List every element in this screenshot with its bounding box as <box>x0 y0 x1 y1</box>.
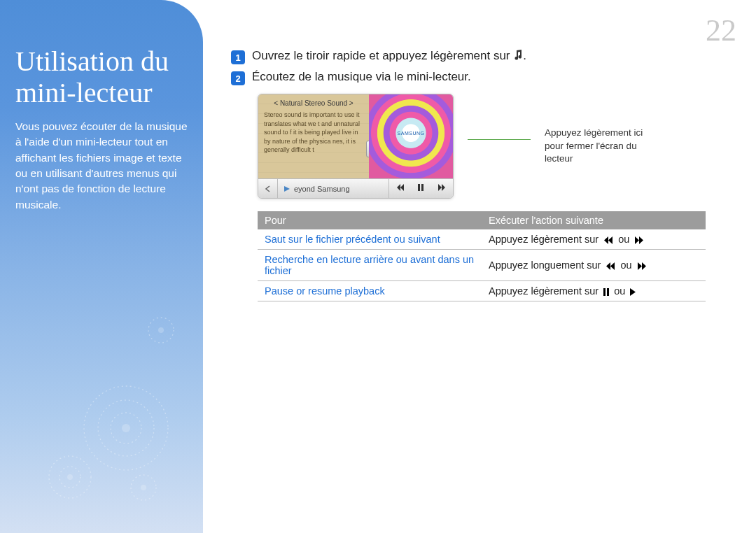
table-cell-left: Pause or resume playback <box>258 281 482 301</box>
svg-point-8 <box>122 424 130 432</box>
svg-rect-13 <box>603 288 606 296</box>
row1-pre: Appuyez longuement sur <box>489 260 603 271</box>
next-track-button[interactable] <box>437 183 447 194</box>
step-badge-1: 1 <box>231 50 245 64</box>
play-small-icon <box>284 185 290 192</box>
mini-player-track-label: eyond Samsung <box>294 185 350 193</box>
mini-player-pane-title: < Natural Stereo Sound > <box>264 99 363 108</box>
mini-player: < Natural Stereo Sound > Stereo sound is… <box>258 94 454 199</box>
step-badge-2: 2 <box>231 71 245 85</box>
skip-back-icon <box>605 262 616 270</box>
svg-point-7 <box>158 327 164 333</box>
table-cell-left: Recherche en lecture arrière ou avant da… <box>258 250 482 281</box>
decorative-circles <box>42 302 224 512</box>
mini-player-text-pane: < Natural Stereo Sound > Stereo sound is… <box>258 94 369 178</box>
sidebar-title: Utilisation du mini-lecteur <box>15 46 190 109</box>
step-1-text-span: Ouvrez le tiroir rapide et appuyez légèr… <box>252 49 513 62</box>
svg-rect-12 <box>421 184 424 191</box>
sidebar-title-line2: mini-lecteur <box>15 77 152 108</box>
actions-table: Pour Exécuter l'action suivante Saut sur… <box>258 211 706 301</box>
row1-mid: ou <box>620 260 634 271</box>
mini-player-figure: < Natural Stereo Sound > Stereo sound is… <box>258 94 735 199</box>
prev-track-button[interactable] <box>396 183 405 194</box>
svg-point-9 <box>67 474 73 480</box>
row0-mid: ou <box>618 234 632 245</box>
skip-back-icon <box>603 236 614 244</box>
sidebar: Utilisation du mini-lecteur Vous pouvez … <box>0 0 203 533</box>
table-cell-left: Saut sur le fichier précédent ou suivant <box>258 229 482 250</box>
table-row: Saut sur le fichier précédent ou suivant… <box>258 229 706 250</box>
music-note-icon <box>513 50 523 64</box>
table-cell-right: Appuyez légèrement sur ou <box>482 229 706 250</box>
mini-player-album-art: SAMSUNG <box>369 94 453 178</box>
pause-button[interactable] <box>417 183 424 194</box>
step-1: 1 Ouvrez le tiroir rapide et appuyez lég… <box>231 49 735 64</box>
page-number: 22 <box>706 13 736 48</box>
callout-text: Appuyez légèrement ici pour fermer l'écr… <box>545 127 657 166</box>
svg-rect-11 <box>418 184 420 191</box>
step-2-text: Écoutez de la musique via le mini-lecteu… <box>252 70 471 84</box>
svg-rect-14 <box>607 288 609 296</box>
table-header-right: Exécuter l'action suivante <box>482 211 706 229</box>
row0-pre: Appuyez légèrement sur <box>489 234 601 245</box>
play-icon <box>629 288 636 296</box>
mini-player-brand: SAMSUNG <box>398 131 425 136</box>
sidebar-description: Vous pouvez écouter de la musique à l'ai… <box>15 119 190 213</box>
step-1-text: Ouvrez le tiroir rapide et appuyez légèr… <box>252 49 526 64</box>
mini-player-track: eyond Samsung <box>278 179 388 198</box>
table-cell-right: Appuyez longuement sur ou <box>482 250 706 281</box>
mini-player-back-button[interactable] <box>258 179 278 198</box>
table-header-row: Pour Exécuter l'action suivante <box>258 211 706 229</box>
skip-forward-icon <box>634 236 645 244</box>
table-cell-right: Appuyez légèrement sur ou <box>482 281 706 301</box>
table-header-left: Pour <box>258 211 482 229</box>
step-2: 2 Écoutez de la musique via le mini-lect… <box>231 70 735 85</box>
callout-leader-line <box>468 139 531 140</box>
main-content: 1 Ouvrez le tiroir rapide et appuyez lég… <box>231 49 735 301</box>
skip-forward-icon <box>636 262 648 270</box>
table-row: Pause or resume playback Appuyez légèrem… <box>258 281 706 301</box>
sidebar-title-line1: Utilisation du <box>15 45 169 77</box>
row2-pre: Appuyez légèrement sur <box>489 285 601 297</box>
mini-player-controls <box>388 179 453 198</box>
svg-point-10 <box>141 485 146 490</box>
row2-mid: ou <box>614 285 628 297</box>
table-row: Recherche en lecture arrière ou avant da… <box>258 250 706 281</box>
pause-icon <box>603 288 610 296</box>
mini-player-pane-body: Stereo sound is important to use it tran… <box>264 111 363 155</box>
